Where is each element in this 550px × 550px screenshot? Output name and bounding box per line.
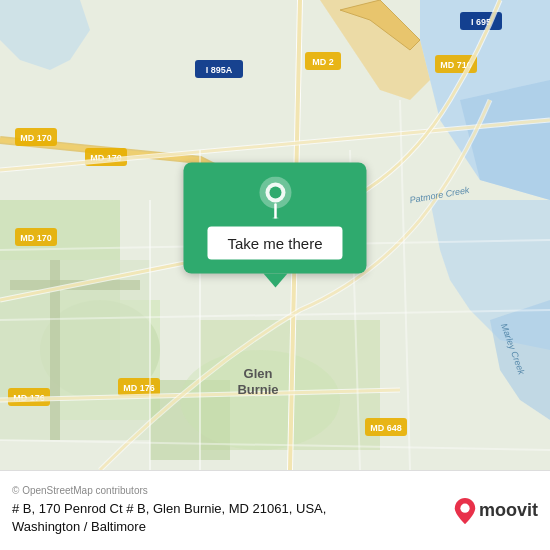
city-line: Washington / Baltimore	[12, 519, 146, 534]
svg-point-50	[272, 217, 278, 219]
svg-point-6	[180, 350, 340, 450]
location-pin-icon	[257, 177, 293, 219]
take-me-there-button[interactable]: Take me there	[207, 227, 342, 260]
copyright-text: © OpenStreetMap contributors	[12, 485, 444, 496]
svg-point-51	[460, 503, 469, 512]
popup-triangle	[263, 274, 287, 288]
svg-text:MD 170: MD 170	[20, 233, 52, 243]
moovit-logo: moovit	[454, 498, 538, 524]
svg-text:MD 648: MD 648	[370, 423, 402, 433]
svg-text:Burnie: Burnie	[237, 382, 278, 397]
svg-text:MD 2: MD 2	[312, 57, 334, 67]
address-text: # B, 170 Penrod Ct # B, Glen Burnie, MD …	[12, 500, 444, 536]
svg-text:I 895A: I 895A	[206, 65, 233, 75]
location-popup: Take me there	[183, 163, 366, 288]
moovit-label: moovit	[479, 500, 538, 521]
popup-box: Take me there	[183, 163, 366, 274]
svg-text:MD 170: MD 170	[20, 133, 52, 143]
moovit-pin-icon	[454, 498, 476, 524]
svg-point-49	[269, 187, 281, 199]
info-bar: © OpenStreetMap contributors # B, 170 Pe…	[0, 470, 550, 550]
address-line: # B, 170 Penrod Ct # B, Glen Burnie, MD …	[12, 501, 326, 516]
address-block: © OpenStreetMap contributors # B, 170 Pe…	[12, 485, 444, 536]
map-container: MD 170 MD 170 I 895A MD 2 I 695 MD 710 M…	[0, 0, 550, 470]
svg-text:Glen: Glen	[244, 366, 273, 381]
